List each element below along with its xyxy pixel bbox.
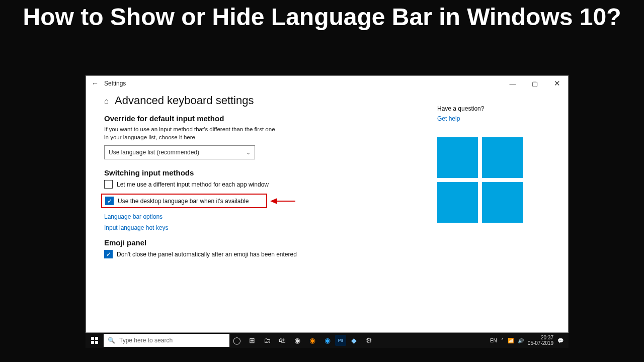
- emoji-panel-label: Don't close the panel automatically afte…: [117, 251, 297, 258]
- override-description: If you want to use an input method that'…: [104, 126, 275, 141]
- svg-rect-2: [91, 337, 94, 340]
- highlighted-option: Use the desktop language bar when it's a…: [101, 194, 267, 208]
- notifications-icon[interactable]: 💬: [557, 338, 564, 343]
- clock[interactable]: 20:37 05-07-2019: [528, 335, 553, 346]
- windows-logo-icon: [437, 137, 523, 223]
- svg-rect-3: [95, 337, 98, 340]
- emoji-heading: Emoji panel: [104, 238, 425, 247]
- desktop-language-bar-label: Use the desktop language bar when it's a…: [118, 198, 249, 205]
- language-indicator[interactable]: EN: [490, 338, 497, 343]
- per-app-input-label: Let me use a different input method for …: [117, 181, 269, 188]
- tray-up-icon[interactable]: ˄: [501, 338, 504, 343]
- desktop-language-bar-checkbox[interactable]: [105, 197, 114, 205]
- chrome-icon[interactable]: ◉: [290, 333, 305, 348]
- per-app-input-checkbox[interactable]: [104, 180, 113, 189]
- tutorial-headline: How to Show or Hide Language Bar in Wind…: [0, 4, 644, 31]
- svg-marker-1: [270, 198, 277, 204]
- emoji-panel-checkbox[interactable]: [104, 250, 113, 258]
- minimize-button[interactable]: —: [502, 76, 524, 91]
- photoshop-icon[interactable]: Ps: [335, 335, 346, 346]
- media-icon[interactable]: ◉: [320, 333, 335, 348]
- firefox-icon[interactable]: ◉: [305, 333, 320, 348]
- wifi-icon[interactable]: 📶: [508, 338, 514, 343]
- taskbar: 🔍 Type here to search ◯ ⊞ 🗂 🛍 ◉ ◉ ◉ Ps ◆…: [86, 333, 569, 348]
- clock-date: 05-07-2019: [528, 340, 553, 346]
- back-button[interactable]: ←: [86, 79, 104, 87]
- task-view-icon[interactable]: ⊞: [245, 333, 260, 348]
- title-bar: ← Settings — ▢ ✕: [86, 76, 568, 91]
- switching-heading: Switching input methods: [104, 168, 425, 177]
- settings-taskbar-icon[interactable]: ⚙: [361, 333, 376, 348]
- language-bar-options-link[interactable]: Language bar options: [104, 213, 425, 220]
- svg-rect-5: [95, 341, 98, 344]
- red-arrow-icon: [270, 197, 295, 206]
- search-icon: 🔍: [108, 337, 115, 344]
- override-heading: Override for default input method: [104, 114, 425, 123]
- clock-time: 20:37: [528, 335, 553, 340]
- taskbar-search[interactable]: 🔍 Type here to search: [104, 334, 229, 347]
- settings-window: ← Settings — ▢ ✕ ⌂ Advanced keyboard set…: [86, 75, 569, 333]
- default-input-method-select[interactable]: Use language list (recommended) ⌄: [104, 145, 255, 159]
- chevron-down-icon: ⌄: [246, 149, 251, 156]
- page-title: Advanced keyboard settings: [115, 94, 254, 107]
- volume-icon[interactable]: 🔊: [518, 338, 524, 343]
- close-button[interactable]: ✕: [546, 76, 568, 91]
- file-explorer-icon[interactable]: 🗂: [260, 333, 275, 348]
- search-placeholder: Type here to search: [119, 337, 173, 344]
- store-icon[interactable]: 🛍: [275, 333, 290, 348]
- cortana-icon[interactable]: ◯: [229, 333, 245, 348]
- start-button[interactable]: [86, 337, 104, 344]
- input-hotkeys-link[interactable]: Input language hot keys: [104, 224, 425, 231]
- select-value: Use language list (recommended): [109, 149, 199, 156]
- app-icon[interactable]: ◆: [346, 333, 361, 348]
- get-help-link[interactable]: Get help: [437, 115, 559, 122]
- app-name: Settings: [104, 80, 126, 87]
- svg-rect-4: [91, 341, 94, 344]
- help-heading: Have a question?: [437, 105, 559, 112]
- maximize-button[interactable]: ▢: [524, 76, 546, 91]
- home-icon[interactable]: ⌂: [104, 97, 109, 105]
